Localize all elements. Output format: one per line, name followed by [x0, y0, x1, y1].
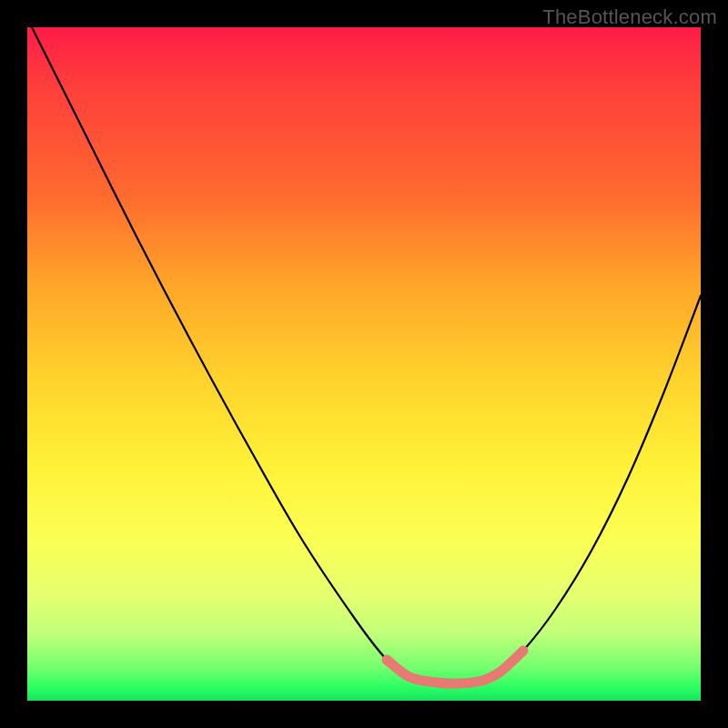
watermark-label: TheBottleneck.com: [542, 5, 717, 29]
bottleneck-curve: [32, 27, 701, 683]
optimal-highlight: [387, 651, 523, 683]
chart-canvas: TheBottleneck.com: [0, 0, 728, 728]
plot-area: [27, 27, 701, 701]
chart-overlay: [27, 27, 701, 701]
